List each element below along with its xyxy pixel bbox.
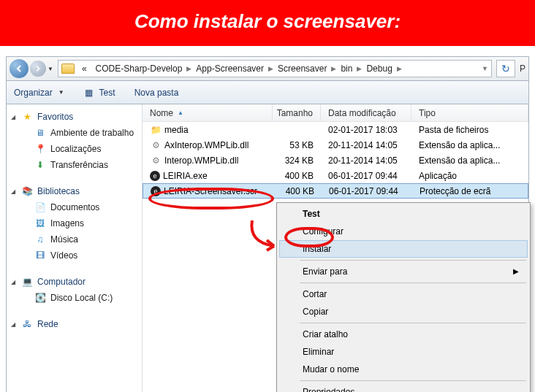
sidebar-item-music[interactable]: ♫Música (7, 231, 142, 247)
video-icon: 🎞 (34, 250, 46, 261)
breadcrumb-history[interactable]: « (77, 64, 91, 74)
ctx-separator (300, 283, 526, 283)
history-dropdown-icon[interactable]: ▼ (48, 66, 53, 72)
ctx-cut[interactable]: Cortar (279, 285, 528, 303)
ctx-separator (300, 323, 526, 323)
ctx-copy[interactable]: Copiar (279, 303, 528, 320)
breadcrumb-seg[interactable]: Screensaver (273, 64, 331, 74)
sidebar-item-documents[interactable]: 📄Documentos (7, 199, 142, 215)
sort-asc-icon: ▲ (178, 109, 183, 116)
sidebar-item-videos[interactable]: 🎞Vídeos (7, 247, 142, 264)
file-row-selected[interactable]: eLEIRIA-Screensaver.scr 400 KB06-01-2017… (143, 183, 528, 199)
folder-icon: 📁 (150, 124, 162, 136)
back-button[interactable] (10, 59, 29, 78)
column-headers: Nome▲ Tamanho Data modificação Tipo (143, 104, 528, 122)
breadcrumb-seg[interactable]: App-Screensaver (191, 64, 268, 74)
sidebar-item-downloads[interactable]: ⬇Transferências (7, 157, 142, 173)
folder-icon (61, 64, 75, 74)
ctx-delete[interactable]: Eliminar (279, 343, 528, 361)
favorites-header[interactable]: ★Favoritos (7, 109, 142, 125)
computer-header[interactable]: 💻Computador (7, 274, 142, 290)
sidebar-item-localdisk[interactable]: 💽Disco Local (C:) (7, 290, 142, 306)
download-icon: ⬇ (34, 159, 46, 171)
column-size[interactable]: Tamanho (273, 104, 321, 121)
file-list-pane: Nome▲ Tamanho Data modificação Tipo 📁med… (143, 104, 528, 392)
disk-icon: 💽 (34, 292, 46, 304)
breadcrumb-seg[interactable]: bin (336, 64, 357, 74)
scr-icon: e (151, 186, 161, 196)
test-button[interactable]: ▦Test (83, 87, 115, 99)
document-icon: 📄 (34, 201, 46, 213)
file-row[interactable]: ⚙AxInterop.WMPLib.dll 53 KB20-11-2014 14… (143, 137, 528, 153)
chevron-right-icon[interactable]: ▶ (186, 65, 191, 72)
ctx-separator (300, 380, 526, 381)
ctx-sendto[interactable]: Enviar para▶ (279, 263, 528, 280)
breadcrumb-seg[interactable]: Debug (362, 64, 396, 74)
chevron-right-icon[interactable]: ▶ (331, 65, 336, 72)
ctx-install[interactable]: Instalar (279, 240, 528, 258)
forward-button (30, 61, 46, 77)
chevron-right-icon: ▶ (513, 267, 519, 275)
main-area: ★Favoritos 🖥Ambiente de trabalho 📍Locali… (6, 104, 529, 392)
file-row[interactable]: ⚙Interop.WMPLib.dll 324 KB20-11-2014 14:… (143, 153, 528, 168)
desktop-icon: 🖥 (34, 127, 46, 139)
network-icon: 🖧 (21, 318, 33, 330)
dll-icon: ⚙ (150, 139, 162, 151)
ctx-separator (300, 260, 526, 261)
navigation-pane: ★Favoritos 🖥Ambiente de trabalho 📍Locali… (7, 104, 143, 392)
new-folder-button[interactable]: Nova pasta (134, 88, 179, 98)
dll-icon: ⚙ (150, 155, 162, 166)
libraries-header[interactable]: 📚Bibliotecas (7, 183, 142, 199)
column-date[interactable]: Data modificação (321, 104, 411, 121)
sidebar-item-places[interactable]: 📍Localizações (7, 141, 142, 157)
breadcrumb-bar[interactable]: « CODE-Sharp-Develop▶ App-Screensaver▶ S… (58, 60, 492, 77)
column-type[interactable]: Tipo (411, 104, 528, 121)
address-bar-row: ▼ « CODE-Sharp-Develop▶ App-Screensaver▶… (6, 56, 529, 81)
star-icon: ★ (21, 111, 33, 123)
organize-button[interactable]: Organizar▼ (14, 88, 64, 98)
ctx-rename[interactable]: Mudar o nome (279, 361, 528, 378)
image-icon: 🖼 (34, 218, 46, 229)
ctx-properties[interactable]: Propriedades (279, 383, 528, 392)
toolbar: Organizar▼ ▦Test Nova pasta (6, 81, 529, 104)
sidebar-item-images[interactable]: 🖼Imagens (7, 215, 142, 231)
file-row[interactable]: 📁media 02-01-2017 18:03Pasta de ficheiro… (143, 122, 528, 137)
sidebar-item-desktop[interactable]: 🖥Ambiente de trabalho (7, 125, 142, 141)
chevron-right-icon[interactable]: ▶ (357, 65, 362, 72)
network-header[interactable]: 🖧Rede (7, 316, 142, 332)
places-icon: 📍 (34, 143, 46, 155)
refresh-button[interactable]: ↻ (496, 60, 515, 77)
exe-icon: e (150, 171, 160, 181)
ctx-configure[interactable]: Configurar (279, 223, 528, 240)
column-name[interactable]: Nome▲ (143, 104, 273, 121)
file-rows: 📁media 02-01-2017 18:03Pasta de ficheiro… (143, 122, 528, 199)
computer-icon: 💻 (21, 276, 33, 288)
chevron-right-icon[interactable]: ▶ (268, 65, 273, 72)
chevron-right-icon[interactable]: ▶ (397, 65, 402, 72)
chevron-down-icon: ▼ (58, 89, 64, 96)
file-row[interactable]: eLEIRIA.exe 400 KB06-01-2017 09:44Aplica… (143, 168, 528, 183)
context-menu: Test Configurar Instalar Enviar para▶ Co… (276, 202, 531, 392)
music-icon: ♫ (34, 234, 46, 245)
library-icon: 📚 (21, 185, 33, 197)
ctx-test[interactable]: Test (279, 205, 528, 223)
ctx-shortcut[interactable]: Criar atalho (279, 326, 528, 343)
search-cutoff: P (515, 64, 525, 74)
breadcrumb-seg[interactable]: CODE-Sharp-Develop (91, 64, 187, 74)
chevron-down-icon[interactable]: ▼ (482, 65, 488, 72)
test-icon: ▦ (83, 87, 95, 99)
instruction-banner: Como instalar o screensaver: (0, 0, 535, 46)
